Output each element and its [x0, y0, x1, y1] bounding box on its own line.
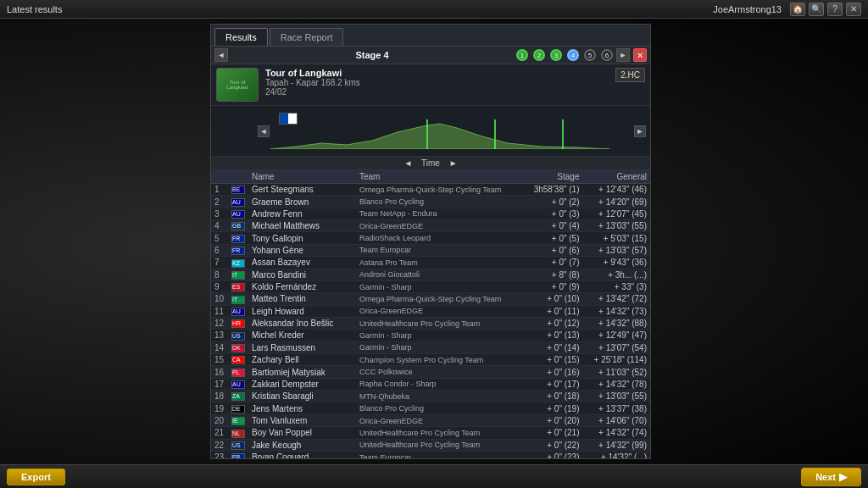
flag-icon-DK: DK	[231, 344, 245, 352]
cell-name: Yohann Gène	[248, 244, 356, 256]
cell-name: Jake Keough	[248, 439, 356, 451]
top-bar-right: JoeArmstrong13 🏠 🔍 ? ✕	[713, 3, 861, 16]
cell-name: Graeme Brown	[248, 196, 356, 208]
stage-close-button[interactable]: ✕	[633, 48, 647, 62]
username-label: JoeArmstrong13	[713, 4, 782, 14]
cell-pos: 17	[211, 378, 228, 390]
cell-team: Rapha Condor - Sharp	[356, 378, 524, 390]
cell-general: + 9'43" (36)	[583, 257, 651, 269]
cell-pos: 22	[211, 439, 228, 451]
next-arrow-icon: ▶	[839, 471, 847, 483]
bottom-bar: Export Next ▶	[0, 464, 868, 488]
flag-icon-FR: FR	[231, 247, 245, 255]
cell-stage: + 0" (12)	[524, 317, 583, 329]
cell-flag: PL	[228, 366, 248, 378]
cell-general: + 13'03" (57)	[583, 244, 651, 256]
cell-pos: 10	[211, 293, 228, 305]
table-row: 7 KZ Assan Bazayev Astana Pro Team + 0" …	[211, 257, 650, 269]
cell-stage: + 0" (4)	[524, 220, 583, 232]
table-row: 22 US Jake Keough UnitedHealthcare Pro C…	[211, 439, 650, 451]
cell-team: Orica-GreenEDGE	[356, 220, 524, 232]
flag-icon-ES: ES	[231, 283, 245, 291]
cell-name: Lars Rasmussen	[248, 341, 356, 353]
cell-name: Michel Kreder	[248, 330, 356, 341]
table-row: 12 HR Aleksandar Ino Bešlic UnitedHealth…	[211, 317, 650, 329]
cell-stage: + 0" (21)	[524, 427, 583, 439]
cell-pos: 20	[211, 414, 228, 426]
table-row: 9 ES Koldo Fernández Garmin - Sharp + 0"…	[211, 280, 650, 292]
cell-pos: 18	[211, 391, 228, 402]
profile-nav-left[interactable]: ◄	[258, 125, 270, 137]
table-row: 20 IE Tom Vanluxem Orica-GreenEDGE + 0" …	[211, 414, 650, 426]
cell-team: Team Europcar	[356, 451, 524, 458]
next-button[interactable]: Next ▶	[801, 468, 861, 486]
cell-flag: CA	[228, 354, 248, 366]
results-table[interactable]: Name Team Stage General 1 BE Gert Steegm…	[211, 170, 650, 458]
cell-team: Omega Pharma-Quick-Step Cycling Team	[356, 184, 524, 196]
cell-stage: + 0" (10)	[524, 293, 583, 305]
col-header-team: Team	[356, 170, 524, 184]
time-header: ◄ Time ►	[211, 157, 650, 170]
cell-team: Blanco Pro Cycling	[356, 402, 524, 414]
cell-pos: 16	[211, 366, 228, 378]
stage-dot-5[interactable]: 5	[584, 49, 596, 61]
profile-nav-right-icon[interactable]: ►	[449, 158, 458, 168]
stage-next-arrow[interactable]: ►	[616, 48, 630, 62]
stage-dot-3[interactable]: 3	[550, 49, 562, 61]
table-row: 19 DE Jens Martens Blanco Pro Cycling + …	[211, 402, 650, 414]
export-button[interactable]: Export	[7, 469, 65, 485]
race-name: Tour of Langkawi	[265, 68, 610, 78]
cell-name: Andrew Fenn	[248, 208, 356, 219]
race-info: Tour ofLangkawi Tour of Langkawi Tapah -…	[211, 64, 650, 106]
col-header-pos	[211, 170, 228, 184]
stage-dots: 1 2 3 4 5 6	[516, 49, 613, 61]
cell-name: Matteo Trentin	[248, 293, 356, 305]
tab-results[interactable]: Results	[214, 28, 268, 46]
cell-flag: HR	[228, 317, 248, 329]
cell-name: Bryan Coquard	[248, 451, 356, 458]
cell-stage: + 0" (13)	[524, 330, 583, 341]
tab-race-report[interactable]: Race Report	[270, 28, 344, 46]
home-button[interactable]: 🏠	[790, 3, 805, 16]
main-panel: Results Race Report ◄ Stage 4 1 2 3 4 5 …	[210, 24, 651, 459]
table-row: 23 FR Bryan Coquard Team Europcar + 0" (…	[211, 451, 650, 458]
cell-stage: + 0" (22)	[524, 439, 583, 451]
flag-icon-NL: NL	[231, 430, 245, 438]
search-button[interactable]: 🔍	[809, 3, 824, 16]
cell-name: Leigh Howard	[248, 305, 356, 317]
cell-name: Zakkari Dempster	[248, 378, 356, 390]
table-row: 21 NL Boy Van Poppel UnitedHealthcare Pr…	[211, 427, 650, 439]
cell-team: Omega Pharma-Quick-Step Cycling Team	[356, 293, 524, 305]
help-button[interactable]: ?	[827, 3, 843, 16]
table-row: 5 FR Tony Gallopin RadioShack Leopard + …	[211, 232, 650, 244]
cell-flag: AU	[228, 305, 248, 317]
cell-general: + 13'03" (55)	[583, 220, 651, 232]
stage-dot-2[interactable]: 2	[533, 49, 545, 61]
cell-flag: AU	[228, 378, 248, 390]
cell-general: + 11'03" (52)	[583, 366, 651, 378]
cell-flag: BE	[228, 184, 248, 196]
stage-dot-4[interactable]: 4	[567, 49, 579, 61]
table-row: 14 DK Lars Rasmussen Garmin - Sharp + 0"…	[211, 341, 650, 353]
stage-dot-1[interactable]: 1	[516, 49, 528, 61]
race-details: Tour of Langkawi Tapah - Kapar 168.2 kms…	[265, 68, 610, 97]
close-button[interactable]: ✕	[846, 3, 861, 16]
cell-flag: FR	[228, 451, 248, 458]
profile-nav-right[interactable]: ►	[634, 125, 646, 137]
cell-general: + 13'37" (38)	[583, 402, 651, 414]
svg-marker-0	[270, 124, 609, 149]
profile-nav-left-icon[interactable]: ◄	[403, 158, 412, 168]
cell-team: UnitedHealthcare Pro Cycling Team	[356, 439, 524, 451]
cell-name: Gert Steegmans	[248, 184, 356, 196]
cell-team: MTN-Qhubeka	[356, 391, 524, 402]
cell-team: Orica-GreenEDGE	[356, 414, 524, 426]
results-data-table: Name Team Stage General 1 BE Gert Steegm…	[211, 170, 650, 458]
table-row: 8 IT Marco Bandini Androni Giocattoli + …	[211, 269, 650, 280]
cell-flag: AU	[228, 196, 248, 208]
stage-prev-arrow[interactable]: ◄	[214, 48, 228, 62]
flag-icon-AU: AU	[231, 210, 245, 219]
cell-pos: 15	[211, 354, 228, 366]
cell-team: Garmin - Sharp	[356, 330, 524, 341]
cell-name: Boy Van Poppel	[248, 427, 356, 439]
stage-dot-6[interactable]: 6	[601, 49, 613, 61]
